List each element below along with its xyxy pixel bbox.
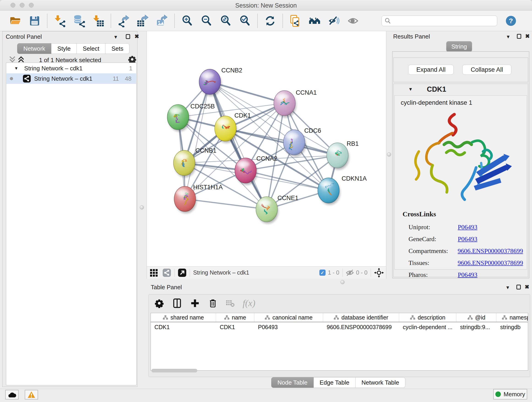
table-row[interactable]: CDK1CDK1P064939606.ENSP00000378699cyclin… (151, 322, 528, 332)
toolbar-search (381, 16, 497, 26)
import-table-file-button[interactable] (91, 14, 105, 28)
collapse-all-button[interactable]: Collapse All (462, 65, 511, 75)
zoom-selected-icon (239, 14, 251, 27)
table-cell[interactable]: cyclin-dependent ... (399, 322, 456, 332)
graph-node-HIST1H1A[interactable]: HIST1H1A (174, 184, 223, 213)
memory-button[interactable]: Memory (493, 389, 527, 400)
results-tab-string[interactable]: String (446, 41, 472, 52)
warnings-button[interactable] (25, 390, 38, 400)
tab-style[interactable]: Style (51, 43, 77, 54)
table-cell[interactable]: CDK1 (151, 322, 216, 332)
crosslink-value-link[interactable]: 9606.ENSP00000378699 (458, 259, 523, 267)
export-network-button[interactable] (116, 14, 131, 28)
export-table-button[interactable] (136, 14, 150, 28)
zoom-selected-button[interactable] (238, 14, 252, 28)
table-panel-float-icon[interactable] (516, 285, 521, 290)
zoom-fit-button[interactable] (219, 14, 233, 28)
export-table-icon (136, 14, 149, 27)
graph-node-CCNE1[interactable]: CCNE1 (256, 195, 298, 224)
network-graph[interactable]: CCNB2CCNA1CDC25BCDK1CDC6RB1CCNB1CCNA2CDK… (147, 31, 386, 266)
zoom-in-button[interactable] (180, 14, 194, 28)
table-horizontal-scrollbar[interactable] (152, 369, 197, 372)
crosslink-value-link[interactable]: P06493 (458, 235, 477, 243)
network-type-share-icon[interactable] (162, 268, 171, 277)
search-input[interactable] (391, 17, 489, 24)
refresh-view-button[interactable] (263, 14, 277, 28)
add-column-icon[interactable] (190, 298, 200, 308)
hide-selected-button[interactable] (327, 14, 341, 28)
zoom-out-button[interactable] (199, 14, 214, 28)
tab-network[interactable]: Network (17, 43, 51, 54)
selected-checkbox-icon[interactable]: ✓ (319, 269, 326, 276)
control-panel-float-icon[interactable] (126, 34, 130, 40)
attribute-icon (334, 315, 339, 320)
attribute-icon (163, 315, 168, 320)
birds-eye-grid-icon[interactable] (150, 268, 159, 277)
open-session-button[interactable] (8, 14, 22, 28)
results-panel-menu-icon[interactable]: ▾ (507, 33, 510, 40)
delete-column-icon[interactable] (208, 298, 218, 308)
tab-edge-table[interactable]: Edge Table (314, 377, 355, 388)
table-panel-menu-icon[interactable]: ▾ (506, 284, 509, 291)
collection-expand-icon[interactable]: ▼ (14, 66, 18, 71)
protein-structure-image (407, 110, 513, 206)
crosslink-value-link[interactable]: P06493 (458, 223, 477, 231)
table-cell[interactable]: 9606.ENSP00000378699 (323, 322, 399, 332)
network-collection-row[interactable]: ▼ String Network – cdk1 1 (6, 63, 136, 73)
expand-all-button[interactable]: Expand All (408, 65, 454, 75)
tab-network-table[interactable]: Network Table (355, 377, 405, 388)
column-header-namespace[interactable]: namespace (496, 313, 528, 322)
node-table[interactable]: shared namenamecanonical namedatabase id… (151, 313, 528, 370)
graph-node-RB1[interactable]: RB1 (327, 140, 359, 170)
tab-select[interactable]: Select (77, 43, 105, 54)
column-header-database-identifier[interactable]: database identifier (323, 313, 399, 322)
control-panel-menu-icon[interactable]: ▾ (114, 34, 117, 40)
control-panel-title: Control Panel (6, 33, 42, 40)
center-view-icon[interactable] (374, 268, 384, 278)
import-network-file-button[interactable] (53, 14, 67, 28)
graph-node-CDC6[interactable]: CDC6 (283, 127, 321, 157)
table-panel-close-icon[interactable]: ✖ (525, 284, 529, 290)
save-session-button[interactable] (27, 14, 42, 28)
show-all-button[interactable] (346, 14, 360, 28)
tab-sets[interactable]: Sets (105, 43, 129, 54)
table-cell[interactable]: stringdb:9... (456, 322, 496, 332)
first-neighbors-button[interactable] (307, 14, 322, 28)
column-header-name[interactable]: name (216, 313, 254, 322)
left-splitter-handle[interactable] (140, 205, 144, 210)
table-gear-icon[interactable] (154, 298, 164, 308)
detach-view-icon[interactable] (178, 268, 186, 277)
control-panel-close-icon[interactable]: ✖ (134, 33, 139, 40)
results-panel-title: Results Panel (393, 33, 430, 40)
import-network-database-button[interactable] (72, 14, 86, 28)
column-header-canonical-name[interactable]: canonical name (254, 313, 323, 322)
node-label-CDC25B: CDC25B (190, 103, 215, 110)
crosslink-label: Compartments: (409, 247, 458, 255)
column-header-@id[interactable]: @id (456, 313, 496, 322)
results-panel-close-icon[interactable]: ✖ (525, 33, 530, 39)
gene-collapse-icon[interactable]: ▼ (408, 87, 413, 92)
column-header-shared-name[interactable]: shared name (151, 313, 216, 322)
crosslink-value-link[interactable]: 9606.ENSP00000378699 (458, 247, 523, 255)
crosslink-value-link[interactable]: P06493 (458, 271, 477, 279)
column-header-description[interactable]: description (399, 313, 456, 322)
columns-icon[interactable] (172, 298, 182, 308)
status-bar: Memory (0, 389, 532, 402)
help-button[interactable]: ? (506, 16, 516, 26)
graph-node-CDK1[interactable]: CDK1 (215, 112, 251, 143)
duplicate-network-button[interactable] (288, 14, 302, 28)
table-cell[interactable]: CDK1 (216, 322, 254, 332)
network-canvas[interactable]: CCNB2CCNA1CDC25BCDK1CDC6RB1CCNB1CCNA2CDK… (147, 31, 386, 266)
cloud-status-button[interactable] (5, 390, 19, 400)
column-header-label: description (418, 314, 445, 321)
table-cell[interactable]: stringdb (496, 322, 528, 332)
eye-slash-icon (327, 14, 340, 27)
export-image-button[interactable] (155, 14, 169, 28)
graph-node-CDKN1A[interactable]: CDKN1A (318, 175, 367, 205)
results-panel-float-icon[interactable] (517, 34, 521, 40)
network-row[interactable]: String Network – cdk1 11 48 (6, 73, 136, 84)
expand-collapse-strip: Expand All Collapse All (393, 57, 528, 82)
tab-node-table[interactable]: Node Table (271, 377, 314, 388)
table-cell[interactable]: P06493 (254, 322, 323, 332)
import-database-icon (73, 14, 85, 27)
